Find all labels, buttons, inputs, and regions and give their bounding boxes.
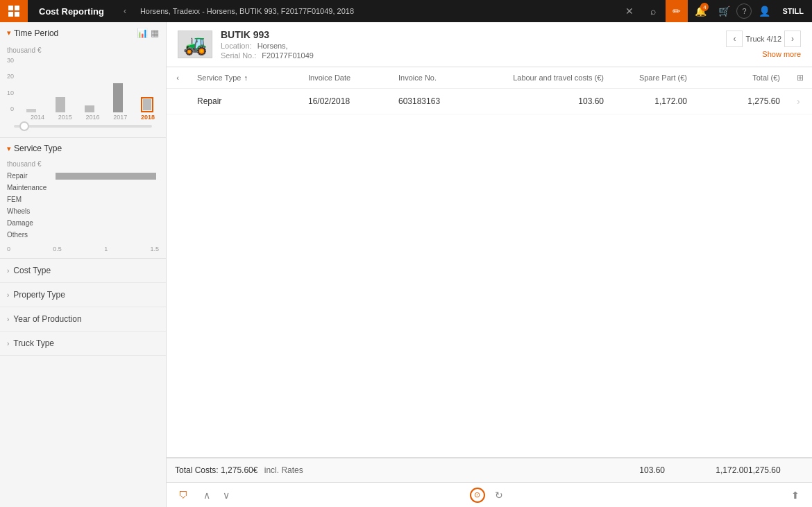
h-axis: 0 0.5 1 1.5 xyxy=(7,243,159,252)
cart-button[interactable]: 🛒 xyxy=(713,0,735,22)
service-label-maintenance: Maintenance xyxy=(7,184,56,191)
service-label-repair: Repair xyxy=(7,172,56,180)
x-label-2017: 2017 xyxy=(109,114,131,121)
service-type-header[interactable]: ▾ Service Type xyxy=(0,138,166,159)
h-label-05: 0.5 xyxy=(53,246,62,252)
cost-type-item[interactable]: › Cost Type xyxy=(0,259,166,283)
service-label-fem: FEM xyxy=(7,196,56,203)
y-label-0: 0 xyxy=(7,105,14,112)
clock-button[interactable]: ⊙ xyxy=(470,488,485,503)
bar-2014[interactable] xyxy=(26,109,36,112)
row-detail-arrow[interactable]: › xyxy=(797,96,800,107)
bottombar-center: ⊙ ↻ xyxy=(384,485,594,505)
cost-type-label: Cost Type xyxy=(13,266,51,275)
topbar-actions: ✕ ⌕ ✏ 🔔 4 🛒 ? 👤 STILL xyxy=(618,0,812,22)
row-service-type: Repair xyxy=(189,89,300,114)
bell-button[interactable]: 🔔 4 xyxy=(689,0,711,22)
app-title: Cost Reporting xyxy=(28,6,115,17)
year-of-production-item[interactable]: › Year of Production xyxy=(0,307,166,332)
th-invoice-no[interactable]: Invoice No. xyxy=(390,67,501,89)
still-logo: STILL xyxy=(777,7,809,15)
truck-name: BUTIK 993 xyxy=(221,29,718,40)
location-label: Location: xyxy=(221,42,252,50)
row-arrow[interactable]: › xyxy=(788,89,812,114)
table-footer: Total Costs: 1,275.60€ incl. Rates 103.6… xyxy=(167,457,812,482)
grid-view-icon[interactable]: ⊞ xyxy=(797,73,804,83)
refresh-button[interactable]: ↻ xyxy=(489,485,509,505)
footer-spare: 1,172.00 xyxy=(665,465,748,475)
truck-info: BUTIK 993 Location: Horsens, Serial No.:… xyxy=(221,29,718,60)
table-row: Repair 16/02/2018 603183163 103.60 1,172… xyxy=(167,89,812,114)
th-labour-label: Labour and travel costs (€) xyxy=(513,74,604,82)
th-nav-prev[interactable]: ‹ xyxy=(167,67,189,89)
bar-chart-icon[interactable]: 📊 xyxy=(137,28,148,38)
bottombar-right: ⬆ xyxy=(595,485,805,505)
truck-next-button[interactable]: › xyxy=(784,31,801,47)
row-invoice-no: 603183163 xyxy=(390,89,501,114)
topbar: Cost Reporting ‹ Horsens, Tradexx - Hors… xyxy=(0,0,812,22)
bar-2016[interactable] xyxy=(85,105,94,112)
th-grid[interactable]: ⊞ xyxy=(788,67,812,89)
service-bar-repair xyxy=(56,173,156,180)
edit-button[interactable]: ✏ xyxy=(666,0,688,22)
service-label-others: Others xyxy=(7,231,56,239)
bell-badge: 4 xyxy=(700,3,709,11)
x-label-2018: 2018 xyxy=(137,114,159,121)
truck-type-item[interactable]: › Truck Type xyxy=(0,332,166,356)
bottombar-left: ⛉ ∧ ∨ xyxy=(174,485,384,505)
bar-2017[interactable] xyxy=(113,83,123,112)
table-icon[interactable]: ▦ xyxy=(151,28,159,38)
bar-2015[interactable] xyxy=(56,97,65,112)
th-invoice-date-label: Invoice Date xyxy=(308,74,350,82)
table-body: Repair 16/02/2018 603183163 103.60 1,172… xyxy=(167,89,812,114)
bar-2018-container[interactable] xyxy=(141,97,153,112)
time-slider-thumb[interactable] xyxy=(19,121,29,131)
search-button[interactable]: ⌕ xyxy=(642,0,664,22)
service-type-section: ▾ Service Type thousand € Repair Mainten… xyxy=(0,138,166,259)
th-service-type-label: Service Type xyxy=(197,74,241,82)
service-row-wheels: Wheels xyxy=(7,207,159,215)
footer-incl-rates: incl. Rates xyxy=(264,465,303,475)
x-label-2016: 2016 xyxy=(82,114,104,121)
close-button[interactable]: ✕ xyxy=(618,0,641,22)
th-labour[interactable]: Labour and travel costs (€) xyxy=(501,67,612,89)
row-invoice-date: 16/02/2018 xyxy=(300,89,390,114)
truck-type-label: Truck Type xyxy=(13,338,54,348)
help-button[interactable]: ? xyxy=(736,3,752,19)
footer-labour: 103.60 xyxy=(554,465,665,475)
footer-total-label: Total Costs: 1,275.60€ incl. Rates xyxy=(175,465,554,475)
data-table: ‹ Service Type ↑ Invoice Date In xyxy=(167,67,812,114)
time-period-header[interactable]: ▾ Time Period 📊 ▦ xyxy=(0,22,166,44)
location-value: Horsens, xyxy=(257,42,288,50)
service-label-wheels: Wheels xyxy=(7,207,56,215)
service-label-damage: Damage xyxy=(7,219,56,227)
property-type-item[interactable]: › Property Type xyxy=(0,283,166,307)
truck-serial: Serial No.: F20177F01049 xyxy=(221,51,718,60)
export-button[interactable]: ⬆ xyxy=(786,485,805,505)
y-label-10: 10 xyxy=(7,89,14,96)
row-labour: 103.60 xyxy=(501,89,612,114)
time-period-section: ▾ Time Period 📊 ▦ thousand € 30 20 10 0 xyxy=(0,22,166,138)
topbar-nav-prev[interactable]: ‹ xyxy=(115,0,135,22)
time-slider-track xyxy=(14,125,152,128)
scroll-down-button[interactable]: ∨ xyxy=(217,485,236,505)
property-type-chevron: › xyxy=(7,291,9,299)
truck-type-chevron: › xyxy=(7,340,9,347)
table-header-row: ‹ Service Type ↑ Invoice Date In xyxy=(167,67,812,89)
th-total[interactable]: Total (€) xyxy=(695,67,788,89)
table-nav-prev-icon[interactable]: ‹ xyxy=(176,74,179,82)
show-more-button[interactable]: Show more xyxy=(762,50,801,58)
th-invoice-date[interactable]: Invoice Date xyxy=(300,67,390,89)
th-spare[interactable]: Spare Part (€) xyxy=(612,67,695,89)
filter-button[interactable]: ⛉ xyxy=(174,485,193,505)
table-container: ‹ Service Type ↑ Invoice Date In xyxy=(167,67,812,457)
th-service-type[interactable]: Service Type ↑ xyxy=(189,67,300,89)
h-label-15: 1.5 xyxy=(150,246,159,252)
y-label-30: 30 xyxy=(7,57,14,64)
y-label-20: 20 xyxy=(7,73,14,80)
truck-prev-button[interactable]: ‹ xyxy=(726,31,743,47)
x-label-2014: 2014 xyxy=(26,114,49,121)
scroll-up-button[interactable]: ∧ xyxy=(197,485,217,505)
h-label-1: 1 xyxy=(104,246,108,252)
user-button[interactable]: 👤 xyxy=(753,0,775,22)
